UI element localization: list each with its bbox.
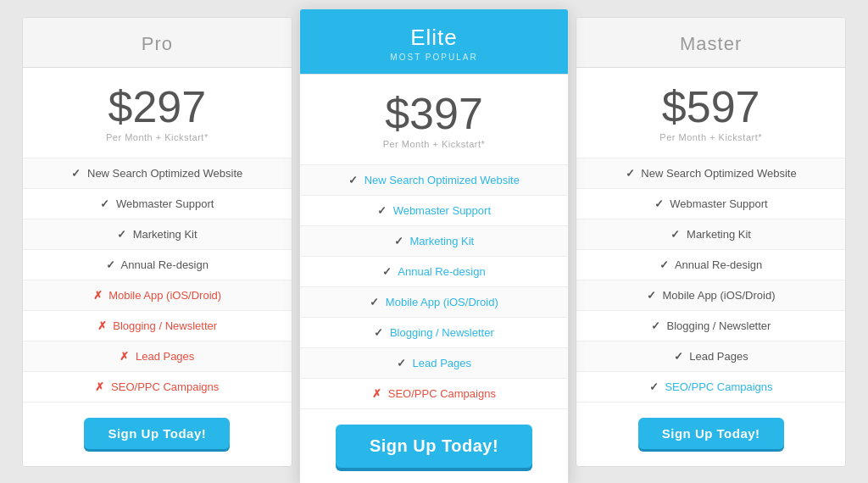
features-list-pro: ✓ New Search Optimized Website✓ Webmaste… bbox=[23, 158, 292, 402]
feature-row: ✓ Marketing Kit bbox=[300, 226, 569, 257]
feature-label: Annual Re-design bbox=[121, 258, 209, 271]
check-icon: ✓ bbox=[394, 235, 403, 247]
check-icon: ✓ bbox=[659, 258, 669, 271]
feature-label: SEO/PPC Campaigns bbox=[665, 380, 772, 393]
check-icon: ✓ bbox=[117, 228, 126, 241]
feature-label: Webmaster Support bbox=[670, 197, 767, 210]
plan-header-elite: EliteMOST POPULAR bbox=[300, 9, 569, 75]
cross-icon: ✗ bbox=[120, 350, 129, 363]
plan-header-pro: Pro bbox=[23, 18, 292, 68]
check-icon: ✓ bbox=[100, 197, 109, 210]
cta-section-elite: Sign Up Today! bbox=[300, 409, 569, 483]
feature-row: ✓ Annual Re-design bbox=[300, 257, 569, 287]
check-icon: ✓ bbox=[651, 319, 660, 332]
feature-label: Blogging / Newsletter bbox=[390, 326, 494, 339]
feature-label: SEO/PPC Campaigns bbox=[111, 380, 219, 393]
feature-row: ✓ Webmaster Support bbox=[300, 196, 569, 226]
feature-row: ✓ New Search Optimized Website bbox=[576, 158, 845, 189]
price-sub-elite: Per Month + Kickstart* bbox=[309, 139, 560, 149]
price-section-pro: $297Per Month + Kickstart* bbox=[23, 68, 292, 158]
check-icon: ✓ bbox=[106, 258, 115, 271]
feature-row: ✓ Marketing Kit bbox=[23, 219, 292, 250]
plan-header-master: Master bbox=[576, 18, 845, 68]
plan-elite: EliteMOST POPULAR$397Per Month + Kicksta… bbox=[299, 8, 570, 483]
check-icon: ✓ bbox=[382, 265, 392, 278]
check-icon: ✓ bbox=[647, 289, 656, 302]
cross-icon: ✗ bbox=[95, 380, 104, 393]
feature-label: SEO/PPC Campaigns bbox=[388, 387, 496, 400]
plan-pro: Pro$297Per Month + Kickstart*✓ New Searc… bbox=[22, 17, 292, 467]
features-list-elite: ✓ New Search Optimized Website✓ Webmaste… bbox=[300, 165, 569, 409]
check-icon: ✓ bbox=[348, 174, 358, 186]
feature-label: Marketing Kit bbox=[133, 228, 198, 241]
plan-name-pro: Pro bbox=[31, 33, 283, 55]
price-pro: $297 bbox=[31, 85, 283, 129]
feature-label: Annual Re-design bbox=[675, 258, 762, 271]
plan-master: Master$597Per Month + Kickstart*✓ New Se… bbox=[576, 17, 846, 467]
price-section-elite: $397Per Month + Kickstart* bbox=[300, 75, 569, 165]
feature-row: ✓ Webmaster Support bbox=[23, 189, 292, 219]
feature-label: Lead Pages bbox=[136, 350, 194, 363]
plan-subname-elite: MOST POPULAR bbox=[309, 53, 560, 62]
price-section-master: $597Per Month + Kickstart* bbox=[576, 68, 845, 158]
feature-label: New Search Optimized Website bbox=[87, 167, 242, 180]
feature-label: Blogging / Newsletter bbox=[667, 319, 771, 332]
feature-label: Webmaster Support bbox=[393, 204, 491, 217]
price-sub-pro: Per Month + Kickstart* bbox=[31, 132, 283, 142]
feature-label: Marketing Kit bbox=[409, 235, 474, 247]
check-icon: ✓ bbox=[670, 228, 680, 241]
price-sub-master: Per Month + Kickstart* bbox=[585, 132, 837, 142]
check-icon: ✓ bbox=[397, 357, 406, 369]
feature-row: ✓ New Search Optimized Website bbox=[23, 158, 292, 189]
feature-row: ✓ Blogging / Newsletter bbox=[300, 318, 569, 348]
cross-icon: ✗ bbox=[93, 289, 103, 302]
price-elite: $397 bbox=[309, 92, 560, 136]
feature-label: Mobile App (iOS/Droid) bbox=[386, 296, 498, 308]
check-icon: ✓ bbox=[674, 350, 683, 363]
feature-row: ✓ Annual Re-design bbox=[576, 250, 845, 280]
cta-section-pro: Sign Up Today! bbox=[23, 402, 292, 466]
feature-label: Blogging / Newsletter bbox=[113, 319, 217, 332]
feature-row: ✗ Mobile App (iOS/Droid) bbox=[23, 280, 292, 311]
plan-name-elite: Elite bbox=[309, 25, 560, 51]
check-icon: ✓ bbox=[370, 296, 379, 308]
feature-row: ✗ Lead Pages bbox=[23, 341, 292, 372]
cta-section-master: Sign Up Today! bbox=[576, 402, 845, 466]
feature-label: New Search Optimized Website bbox=[641, 167, 796, 180]
feature-row: ✓ Mobile App (iOS/Droid) bbox=[576, 280, 845, 311]
check-icon: ✓ bbox=[71, 167, 81, 180]
signup-button-pro[interactable]: Sign Up Today! bbox=[84, 418, 230, 449]
feature-row: ✓ Marketing Kit bbox=[576, 219, 845, 250]
signup-button-master[interactable]: Sign Up Today! bbox=[638, 418, 784, 449]
feature-row: ✗ Blogging / Newsletter bbox=[23, 311, 292, 341]
check-icon: ✓ bbox=[654, 197, 664, 210]
cross-icon: ✗ bbox=[372, 387, 381, 400]
cross-icon: ✗ bbox=[97, 319, 107, 332]
feature-row: ✓ Mobile App (iOS/Droid) bbox=[300, 287, 569, 318]
feature-label: Marketing Kit bbox=[687, 228, 751, 241]
check-icon: ✓ bbox=[374, 326, 383, 339]
feature-row: ✗ SEO/PPC Campaigns bbox=[23, 372, 292, 402]
check-icon: ✓ bbox=[377, 204, 387, 217]
feature-label: Mobile App (iOS/Droid) bbox=[108, 289, 221, 302]
price-master: $597 bbox=[585, 85, 837, 129]
feature-row: ✓ Lead Pages bbox=[300, 348, 569, 379]
feature-label: New Search Optimized Website bbox=[364, 174, 520, 186]
feature-row: ✓ New Search Optimized Website bbox=[300, 165, 569, 196]
check-icon: ✓ bbox=[626, 167, 635, 180]
feature-label: Lead Pages bbox=[689, 350, 748, 363]
features-list-master: ✓ New Search Optimized Website✓ Webmaste… bbox=[576, 158, 845, 402]
feature-row: ✗ SEO/PPC Campaigns bbox=[300, 379, 569, 409]
feature-row: ✓ Annual Re-design bbox=[23, 250, 292, 280]
feature-row: ✓ Webmaster Support bbox=[576, 189, 845, 219]
feature-label: Webmaster Support bbox=[116, 197, 214, 210]
feature-row: ✓ Blogging / Newsletter bbox=[576, 311, 845, 341]
signup-button-elite[interactable]: Sign Up Today! bbox=[336, 425, 532, 468]
feature-label: Lead Pages bbox=[413, 357, 471, 369]
feature-label: Mobile App (iOS/Droid) bbox=[663, 289, 776, 302]
feature-row: ✓ SEO/PPC Campaigns bbox=[576, 372, 845, 402]
check-icon: ✓ bbox=[649, 380, 659, 393]
plan-name-master: Master bbox=[585, 33, 837, 55]
pricing-container: Pro$297Per Month + Kickstart*✓ New Searc… bbox=[19, 17, 849, 483]
feature-row: ✓ Lead Pages bbox=[576, 341, 845, 372]
